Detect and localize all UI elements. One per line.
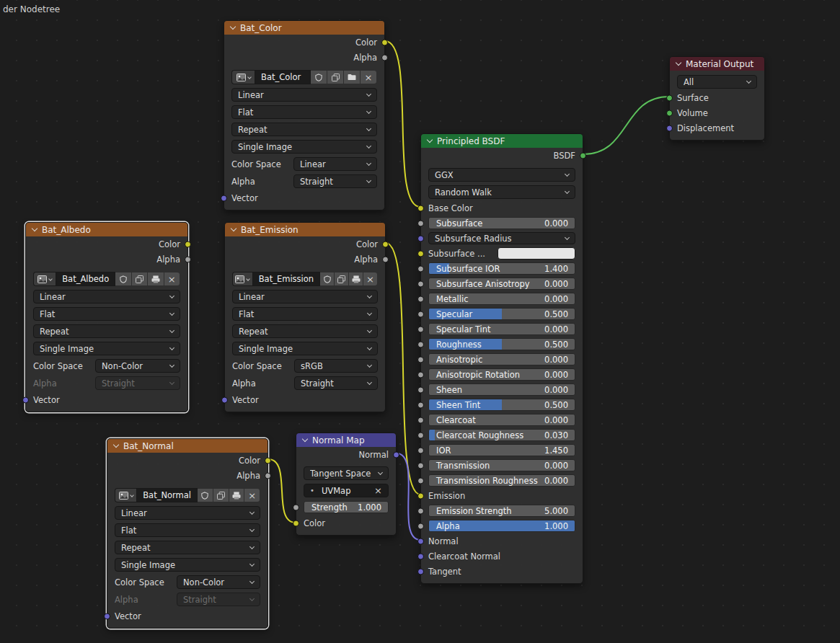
extension-select[interactable]: Repeat <box>115 541 260 554</box>
node-header[interactable]: Bat_Normal <box>107 439 268 453</box>
pack-image-button[interactable] <box>148 272 164 286</box>
projection-select[interactable]: Flat <box>115 523 260 537</box>
interpolation-select[interactable]: Linear <box>232 290 378 303</box>
open-image-button[interactable] <box>344 70 361 84</box>
interpolation-select[interactable]: Linear <box>33 290 180 303</box>
node-editor-canvas[interactable]: { "breadcrumb": "der Nodetree", "colors"… <box>0 0 840 643</box>
color-space-select[interactable]: sRGB <box>294 359 378 373</box>
node-header[interactable]: Material Output <box>670 57 764 71</box>
socket-base-color-input[interactable] <box>417 205 424 211</box>
uv-map-field[interactable]: •UVMap× <box>304 484 389 497</box>
link-batnormal-normalmap[interactable] <box>268 459 296 523</box>
node-header[interactable]: Bat_Color <box>224 21 384 35</box>
socket-alpha-output[interactable] <box>382 256 389 262</box>
projection-select[interactable]: Flat <box>232 307 378 321</box>
socket-color-output[interactable] <box>381 39 388 45</box>
socket-alpha-output[interactable] <box>185 256 191 262</box>
roughness-slider[interactable]: Roughness0.500 <box>428 338 575 350</box>
image-name-field[interactable]: Bat_Color <box>255 70 311 84</box>
socket-surface-input[interactable] <box>666 94 673 101</box>
fake-user-button[interactable] <box>320 272 335 286</box>
socket-subsurface-anisotropy-input[interactable] <box>417 280 424 287</box>
sheen-tint-slider[interactable]: Sheen Tint0.500 <box>428 399 575 411</box>
image-browse-button[interactable] <box>115 488 136 502</box>
interpolation-select[interactable]: Linear <box>115 506 260 520</box>
socket-vector-input[interactable] <box>22 396 29 403</box>
image-name-field[interactable]: Bat_Normal <box>136 488 198 502</box>
subsurface-anisotropy-slider[interactable]: Subsurface Anisotropy0.000 <box>428 278 575 290</box>
socket-clearcoat-normal-input[interactable] <box>417 553 424 559</box>
socket-roughness-input[interactable] <box>417 341 424 347</box>
socket-specular-input[interactable] <box>417 311 424 317</box>
subsurface-slider[interactable]: Subsurface0.000 <box>428 217 575 229</box>
extension-select[interactable]: Repeat <box>33 324 180 338</box>
image-browse-button[interactable] <box>33 272 56 286</box>
interpolation-select[interactable]: Linear <box>231 88 377 102</box>
metallic-slider[interactable]: Metallic0.000 <box>428 293 575 305</box>
socket-displacement-input[interactable] <box>666 125 673 131</box>
socket-subsurface-ior-input[interactable] <box>417 265 424 272</box>
fake-user-button[interactable] <box>311 70 327 84</box>
socket-color-output[interactable] <box>265 457 271 464</box>
extension-select[interactable]: Repeat <box>231 123 377 136</box>
source-select[interactable]: Single Image <box>115 558 260 572</box>
color-space-select[interactable]: Non-Color <box>177 575 260 589</box>
collapse-chevron-icon[interactable] <box>427 137 433 143</box>
subsurface-color-swatch[interactable] <box>498 247 575 260</box>
socket-tangent-input[interactable] <box>417 568 424 575</box>
unlink-image-button[interactable]: × <box>363 272 378 286</box>
socket-metallic-input[interactable] <box>417 296 424 302</box>
node-header[interactable]: Normal Map <box>296 433 396 447</box>
ior-slider[interactable]: IOR1.450 <box>428 444 575 456</box>
node-principled-bsdf[interactable]: Principled BSDF BSDF GGX Random Walk Bas… <box>420 133 583 584</box>
alpha-slider[interactable]: Alpha1.000 <box>428 520 575 532</box>
projection-select[interactable]: Flat <box>33 307 180 321</box>
extension-select[interactable]: Repeat <box>232 324 378 338</box>
new-image-button[interactable] <box>335 272 349 286</box>
image-name-field[interactable]: Bat_Albedo <box>56 272 115 286</box>
socket-emission-input[interactable] <box>417 492 424 499</box>
socket-volume-input[interactable] <box>666 110 673 116</box>
sss-method-select[interactable]: Random Walk <box>428 185 575 199</box>
unlink-image-button[interactable]: × <box>244 488 260 502</box>
socket-transmission-roughness-input[interactable] <box>417 477 424 484</box>
socket-vector-input[interactable] <box>104 613 110 619</box>
socket-alpha-output[interactable] <box>265 472 271 479</box>
close-icon[interactable]: × <box>374 486 382 495</box>
specular-slider[interactable]: Specular0.500 <box>428 308 575 320</box>
fake-user-button[interactable] <box>198 488 213 502</box>
node-bat-emission[interactable]: Bat_Emission Color Alpha Bat_Emission × … <box>224 222 386 412</box>
socket-normal-output[interactable] <box>393 451 399 458</box>
socket-anisotropic-input[interactable] <box>417 356 424 363</box>
socket-subsurface-radius-input[interactable] <box>417 235 424 241</box>
unlink-image-button[interactable]: × <box>361 70 377 84</box>
transmission-roughness-slider[interactable]: Transmission Roughness0.000 <box>428 474 575 487</box>
anisotropic-rotation-slider[interactable]: Anisotropic Rotation0.000 <box>428 368 575 381</box>
node-material-output[interactable]: Material Output All Surface Volume Displ… <box>669 56 765 141</box>
socket-subsurface-input[interactable] <box>417 220 424 226</box>
socket-alpha-input[interactable] <box>417 523 424 529</box>
sheen-slider[interactable]: Sheen0.000 <box>428 383 575 396</box>
alpha-mode-select[interactable]: Straight <box>293 174 377 188</box>
socket-transmission-input[interactable] <box>417 462 424 469</box>
node-bat-albedo[interactable]: Bat_Albedo Color Alpha Bat_Albedo × Line… <box>25 222 188 412</box>
collapse-chevron-icon[interactable] <box>676 60 681 66</box>
fake-user-button[interactable] <box>115 272 131 286</box>
new-image-button[interactable] <box>213 488 229 502</box>
subsurface-ior-slider[interactable]: Subsurface IOR1.400 <box>428 262 575 275</box>
projection-select[interactable]: Flat <box>231 105 377 119</box>
socket-clearcoat-input[interactable] <box>417 417 424 423</box>
link-batcolor-basecolor[interactable] <box>385 41 420 207</box>
socket-emission-strength-input[interactable] <box>417 507 424 514</box>
collapse-chevron-icon[interactable] <box>230 24 236 30</box>
socket-normal-input[interactable] <box>417 538 424 544</box>
transmission-slider[interactable]: Transmission0.000 <box>428 459 575 471</box>
anisotropic-slider[interactable]: Anisotropic0.000 <box>428 353 575 365</box>
pack-image-button[interactable] <box>349 272 363 286</box>
collapse-chevron-icon[interactable] <box>32 226 37 231</box>
socket-anisotropic-rotation-input[interactable] <box>417 371 424 378</box>
specular-tint-slider[interactable]: Specular Tint0.000 <box>428 323 575 335</box>
strength-slider[interactable]: Strength 1.000 <box>304 501 389 513</box>
source-select[interactable]: Single Image <box>232 342 378 355</box>
socket-alpha-output[interactable] <box>381 54 388 61</box>
